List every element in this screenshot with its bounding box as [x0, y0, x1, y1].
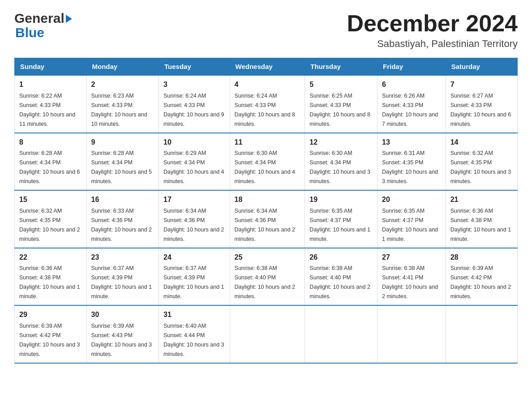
col-monday: Monday: [86, 58, 159, 76]
table-row: 22Sunrise: 6:36 AMSunset: 4:38 PMDayligh…: [15, 248, 87, 305]
col-wednesday: Wednesday: [230, 58, 305, 76]
day-info: Sunrise: 6:29 AMSunset: 4:34 PMDaylight:…: [163, 150, 224, 184]
table-row: 21Sunrise: 6:36 AMSunset: 4:38 PMDayligh…: [446, 190, 517, 248]
day-info: Sunrise: 6:24 AMSunset: 4:33 PMDaylight:…: [235, 93, 296, 127]
day-number: 2: [91, 79, 154, 90]
day-info: Sunrise: 6:24 AMSunset: 4:33 PMDaylight:…: [163, 93, 224, 127]
day-number: 20: [382, 194, 441, 206]
calendar-title: December 2024: [347, 11, 518, 36]
table-row: 12Sunrise: 6:30 AMSunset: 4:34 PMDayligh…: [305, 133, 378, 190]
table-row: 13Sunrise: 6:31 AMSunset: 4:35 PMDayligh…: [377, 133, 446, 190]
table-row: [446, 305, 517, 363]
day-number: 12: [309, 137, 373, 148]
day-info: Sunrise: 6:32 AMSunset: 4:35 PMDaylight:…: [19, 208, 80, 242]
day-number: 8: [19, 137, 82, 148]
day-number: 25: [235, 252, 300, 263]
col-saturday: Saturday: [446, 58, 517, 76]
table-row: 18Sunrise: 6:34 AMSunset: 4:36 PMDayligh…: [230, 190, 305, 248]
calendar-subtitle: Sabastiyah, Palestinian Territory: [347, 38, 518, 50]
table-row: 2Sunrise: 6:23 AMSunset: 4:33 PMDaylight…: [86, 75, 159, 133]
day-number: 28: [450, 252, 513, 263]
day-number: 27: [382, 252, 441, 263]
day-info: Sunrise: 6:37 AMSunset: 4:39 PMDaylight:…: [163, 265, 224, 300]
day-number: 26: [309, 252, 373, 263]
day-info: Sunrise: 6:36 AMSunset: 4:38 PMDaylight:…: [19, 265, 80, 300]
day-number: 13: [382, 137, 441, 148]
day-info: Sunrise: 6:30 AMSunset: 4:34 PMDaylight:…: [309, 150, 370, 184]
day-number: 5: [309, 79, 373, 90]
day-info: Sunrise: 6:28 AMSunset: 4:34 PMDaylight:…: [91, 150, 152, 184]
day-info: Sunrise: 6:31 AMSunset: 4:35 PMDaylight:…: [382, 150, 438, 184]
day-info: Sunrise: 6:37 AMSunset: 4:39 PMDaylight:…: [91, 265, 152, 300]
table-row: 14Sunrise: 6:32 AMSunset: 4:35 PMDayligh…: [446, 133, 517, 190]
day-number: 31: [163, 309, 225, 321]
day-number: 30: [91, 309, 154, 321]
day-number: 6: [382, 79, 441, 90]
table-row: 5Sunrise: 6:25 AMSunset: 4:33 PMDaylight…: [305, 75, 378, 133]
day-number: 7: [450, 79, 513, 90]
logo-arrow-icon: [66, 15, 72, 23]
logo-blue-text: Blue: [15, 25, 44, 40]
day-info: Sunrise: 6:35 AMSunset: 4:37 PMDaylight:…: [382, 208, 438, 242]
day-info: Sunrise: 6:28 AMSunset: 4:34 PMDaylight:…: [19, 150, 80, 184]
table-row: 31Sunrise: 6:40 AMSunset: 4:44 PMDayligh…: [159, 305, 230, 363]
day-info: Sunrise: 6:23 AMSunset: 4:33 PMDaylight:…: [91, 93, 147, 127]
table-row: 15Sunrise: 6:32 AMSunset: 4:35 PMDayligh…: [15, 190, 87, 248]
table-row: 29Sunrise: 6:39 AMSunset: 4:42 PMDayligh…: [15, 305, 87, 363]
day-number: 11: [235, 137, 300, 148]
col-friday: Friday: [377, 58, 446, 76]
day-info: Sunrise: 6:33 AMSunset: 4:36 PMDaylight:…: [91, 208, 152, 242]
table-row: 30Sunrise: 6:39 AMSunset: 4:43 PMDayligh…: [86, 305, 159, 363]
day-info: Sunrise: 6:22 AMSunset: 4:33 PMDaylight:…: [19, 93, 75, 127]
col-sunday: Sunday: [15, 58, 87, 76]
day-info: Sunrise: 6:34 AMSunset: 4:36 PMDaylight:…: [163, 208, 224, 242]
table-row: 1Sunrise: 6:22 AMSunset: 4:33 PMDaylight…: [15, 75, 87, 133]
day-info: Sunrise: 6:25 AMSunset: 4:33 PMDaylight:…: [309, 93, 370, 127]
day-info: Sunrise: 6:40 AMSunset: 4:44 PMDaylight:…: [163, 323, 224, 357]
table-row: 19Sunrise: 6:35 AMSunset: 4:37 PMDayligh…: [305, 190, 378, 248]
day-number: 15: [19, 194, 82, 206]
day-number: 22: [19, 252, 82, 263]
day-info: Sunrise: 6:39 AMSunset: 4:42 PMDaylight:…: [450, 265, 511, 300]
table-row: 10Sunrise: 6:29 AMSunset: 4:34 PMDayligh…: [159, 133, 230, 190]
day-number: 23: [91, 252, 154, 263]
table-row: 16Sunrise: 6:33 AMSunset: 4:36 PMDayligh…: [86, 190, 159, 248]
col-tuesday: Tuesday: [159, 58, 230, 76]
calendar-table: Sunday Monday Tuesday Wednesday Thursday…: [14, 58, 518, 363]
table-row: 3Sunrise: 6:24 AMSunset: 4:33 PMDaylight…: [159, 75, 230, 133]
day-info: Sunrise: 6:35 AMSunset: 4:37 PMDaylight:…: [309, 208, 370, 242]
table-row: 4Sunrise: 6:24 AMSunset: 4:33 PMDaylight…: [230, 75, 305, 133]
day-number: 16: [91, 194, 154, 206]
day-info: Sunrise: 6:26 AMSunset: 4:33 PMDaylight:…: [382, 93, 438, 127]
day-info: Sunrise: 6:34 AMSunset: 4:36 PMDaylight:…: [235, 208, 296, 242]
day-number: 18: [235, 194, 300, 206]
table-row: [230, 305, 305, 363]
day-info: Sunrise: 6:38 AMSunset: 4:40 PMDaylight:…: [235, 265, 296, 300]
day-number: 29: [19, 309, 82, 321]
day-number: 19: [309, 194, 373, 206]
day-info: Sunrise: 6:30 AMSunset: 4:34 PMDaylight:…: [235, 150, 296, 184]
title-area: December 2024 Sabastiyah, Palestinian Te…: [347, 11, 518, 50]
day-info: Sunrise: 6:39 AMSunset: 4:42 PMDaylight:…: [19, 323, 80, 357]
calendar-week-row: 8Sunrise: 6:28 AMSunset: 4:34 PMDaylight…: [15, 133, 518, 190]
day-info: Sunrise: 6:38 AMSunset: 4:41 PMDaylight:…: [382, 265, 438, 300]
logo-general-text: General: [14, 11, 64, 26]
table-row: 28Sunrise: 6:39 AMSunset: 4:42 PMDayligh…: [446, 248, 517, 305]
day-number: 14: [450, 137, 513, 148]
day-info: Sunrise: 6:36 AMSunset: 4:38 PMDaylight:…: [450, 208, 511, 242]
table-row: 23Sunrise: 6:37 AMSunset: 4:39 PMDayligh…: [86, 248, 159, 305]
table-row: 25Sunrise: 6:38 AMSunset: 4:40 PMDayligh…: [230, 248, 305, 305]
day-number: 1: [19, 79, 82, 90]
day-number: 4: [235, 79, 300, 90]
day-info: Sunrise: 6:27 AMSunset: 4:33 PMDaylight:…: [450, 93, 511, 127]
day-number: 21: [450, 194, 513, 206]
table-row: 17Sunrise: 6:34 AMSunset: 4:36 PMDayligh…: [159, 190, 230, 248]
calendar-week-row: 1Sunrise: 6:22 AMSunset: 4:33 PMDaylight…: [15, 75, 518, 133]
table-row: [305, 305, 378, 363]
day-info: Sunrise: 6:32 AMSunset: 4:35 PMDaylight:…: [450, 150, 511, 184]
table-row: 24Sunrise: 6:37 AMSunset: 4:39 PMDayligh…: [159, 248, 230, 305]
calendar-week-row: 15Sunrise: 6:32 AMSunset: 4:35 PMDayligh…: [15, 190, 518, 248]
table-row: 8Sunrise: 6:28 AMSunset: 4:34 PMDaylight…: [15, 133, 87, 190]
day-info: Sunrise: 6:39 AMSunset: 4:43 PMDaylight:…: [91, 323, 152, 357]
table-row: 6Sunrise: 6:26 AMSunset: 4:33 PMDaylight…: [377, 75, 446, 133]
